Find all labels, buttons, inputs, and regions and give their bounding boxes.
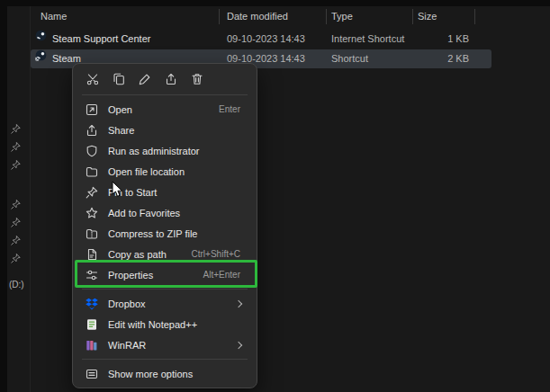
menu-separator — [82, 94, 248, 95]
shield-icon — [85, 144, 99, 158]
column-separator[interactable] — [412, 9, 413, 24]
open-icon — [85, 102, 99, 117]
menu-item-label: Copy as path — [108, 249, 167, 260]
copy-icon[interactable] — [112, 72, 126, 86]
menu-item-dropbox[interactable]: Dropbox — [73, 293, 257, 314]
context-menu-quick-actions — [73, 67, 257, 91]
menu-separator — [82, 359, 248, 360]
menu-item-label: Pin to Start — [108, 187, 157, 198]
menu-item-show-more-options[interactable]: Show more options — [73, 363, 257, 384]
steam-shortcut-icon — [35, 49, 47, 61]
folder-icon — [85, 165, 99, 179]
share-icon — [85, 123, 99, 138]
menu-item-label: Open file location — [108, 166, 185, 177]
menu-item-copy-as-path[interactable]: Copy as path Ctrl+Shift+C — [73, 244, 257, 264]
window-top-edge — [0, 0, 550, 6]
menu-item-shortcut: Enter — [219, 104, 240, 114]
menu-item-label: Dropbox — [108, 298, 146, 309]
menu-item-open-file-location[interactable]: Open file location — [73, 161, 257, 182]
column-separator[interactable] — [219, 9, 220, 24]
submenu-chevron-icon — [235, 299, 242, 307]
more-options-icon — [85, 367, 99, 381]
menu-item-run-as-administrator[interactable]: Run as administrator — [73, 140, 257, 161]
sidebar-pin-icon[interactable] — [10, 198, 22, 209]
menu-item-edit-with-notepadpp[interactable]: Edit with Notepad++ — [73, 314, 257, 334]
menu-item-shortcut: Alt+Enter — [203, 270, 240, 280]
pin-icon — [85, 185, 99, 200]
menu-item-compress-to-zip[interactable]: Compress to ZIP file — [73, 223, 257, 244]
menu-item-shortcut: Ctrl+Shift+C — [192, 249, 240, 259]
window-left-edge — [0, 0, 7, 392]
column-header-row: Name Date modified Type Size — [31, 7, 550, 26]
file-size: 1 KB — [400, 30, 469, 49]
sliders-icon — [85, 268, 99, 282]
file-type: Shortcut — [331, 49, 368, 68]
sidebar-pin-icon[interactable] — [10, 234, 22, 245]
sidebar-pin-icon[interactable] — [10, 122, 22, 134]
menu-item-label: Show more options — [108, 369, 193, 379]
menu-item-pin-to-start[interactable]: Pin to Start — [73, 182, 257, 202]
winrar-books-icon — [85, 338, 99, 352]
menu-item-add-to-favorites[interactable]: Add to Favorites — [73, 202, 257, 223]
star-icon — [85, 206, 99, 220]
notepad-plus-plus-icon — [85, 317, 99, 332]
file-row-steam-support-center[interactable]: Steam Support Center 09-10-2023 14:43 In… — [31, 30, 491, 49]
menu-item-label: Run as administrator — [108, 146, 200, 156]
context-menu: Open Enter Share Run as administrator Op… — [72, 63, 257, 388]
menu-item-label: Edit with Notepad++ — [108, 319, 197, 330]
file-name: Steam Support Center — [52, 30, 150, 49]
document-path-icon — [85, 247, 99, 262]
steam-file-icon — [35, 30, 47, 41]
sidebar-pin-icon[interactable] — [10, 158, 22, 170]
dropbox-icon — [85, 297, 99, 311]
menu-item-label: Properties — [108, 270, 153, 281]
menu-item-share[interactable]: Share — [73, 120, 257, 140]
file-size: 2 KB — [400, 49, 469, 68]
menu-separator — [82, 289, 248, 290]
menu-item-winrar[interactable]: WinRAR — [73, 334, 257, 355]
menu-item-label: Add to Favorites — [108, 208, 180, 218]
menu-item-label: Compress to ZIP file — [108, 228, 197, 239]
column-header-size[interactable]: Size — [418, 7, 437, 26]
menu-item-properties[interactable]: Properties Alt+Enter — [73, 264, 257, 285]
file-date-modified: 09-10-2023 14:43 — [227, 30, 305, 49]
cut-icon[interactable] — [86, 72, 100, 86]
sidebar-pin-icon[interactable] — [10, 252, 22, 263]
column-header-name[interactable]: Name — [41, 7, 67, 26]
delete-icon[interactable] — [190, 72, 204, 86]
menu-item-open[interactable]: Open Enter — [73, 99, 257, 120]
column-separator[interactable] — [326, 9, 327, 24]
column-header-date-modified[interactable]: Date modified — [227, 7, 288, 26]
menu-item-label: Share — [108, 125, 134, 136]
file-type: Internet Shortcut — [331, 30, 404, 49]
sidebar-pin-icon[interactable] — [10, 216, 22, 227]
share-icon[interactable] — [164, 72, 178, 86]
column-header-type[interactable]: Type — [331, 7, 353, 26]
submenu-chevron-icon — [235, 341, 242, 348]
rename-icon[interactable] — [138, 72, 152, 86]
sidebar-pin-icon[interactable] — [10, 140, 22, 152]
menu-item-label: WinRAR — [108, 340, 146, 351]
menu-item-label: Open — [108, 104, 132, 115]
sidebar-drive-label[interactable]: (D:) — [9, 280, 24, 290]
zip-folder-icon — [85, 227, 99, 241]
column-separator[interactable] — [474, 9, 475, 24]
